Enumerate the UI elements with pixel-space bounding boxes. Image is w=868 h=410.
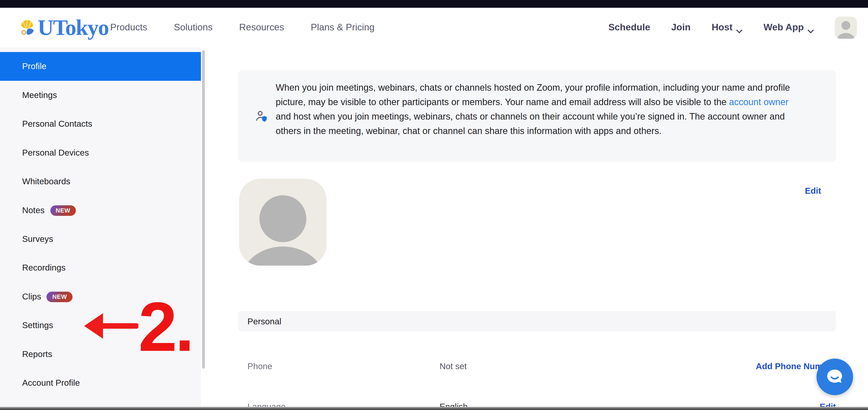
new-badge: NEW (50, 205, 76, 216)
ginkgo-leaf-icon (20, 20, 34, 36)
sidebar-item-label: Personal Contacts (22, 119, 92, 129)
phone-label: Phone (247, 361, 272, 372)
person-shield-icon (255, 109, 268, 123)
language-label: Language (247, 402, 285, 407)
chat-support-button[interactable] (816, 359, 853, 395)
zoom-web-portal-page: UTokyo Products Solutions Resources Plan… (0, 0, 868, 410)
profile-main-content: When you join meetings, webinars, chats … (206, 48, 868, 407)
personal-section-header: Personal (238, 311, 836, 332)
sidebar-item-notes[interactable]: Notes NEW (0, 196, 206, 225)
sidebar-item-account-profile[interactable]: Account Profile (0, 369, 206, 397)
sidebar-item-whiteboards[interactable]: Whiteboards (0, 167, 206, 196)
edit-language-button[interactable]: Edit (819, 402, 836, 407)
sidebar-item-label: Clips (22, 292, 41, 302)
nav-resources[interactable]: Resources (239, 22, 284, 33)
account-owner-link[interactable]: account owner (729, 97, 788, 107)
sidebar-item-label: Whiteboards (22, 177, 70, 187)
sidebar-item-label: Surveys (22, 234, 53, 244)
user-avatar[interactable] (835, 17, 857, 39)
chevron-down-icon (808, 26, 814, 30)
primary-nav: Products Solutions Resources Plans & Pri… (110, 8, 374, 48)
sidebar-item-recordings[interactable]: Recordings (0, 253, 206, 282)
sidebar-item-label: Settings (22, 320, 53, 330)
chat-bubble-icon (824, 367, 845, 387)
annotation-step-number: 2. (138, 292, 192, 362)
logo-text: UTokyo (38, 17, 109, 39)
red-annotation-arrow-icon (82, 308, 138, 344)
nav-host[interactable]: Host (712, 22, 742, 33)
sidebar-item-personal-contacts[interactable]: Personal Contacts (0, 109, 206, 138)
utokyo-logo[interactable]: UTokyo (20, 15, 108, 40)
account-nav: Schedule Join Host Web App (608, 8, 857, 48)
nav-web-app-label: Web App (764, 22, 804, 33)
phone-value: Not set (439, 361, 467, 372)
nav-join[interactable]: Join (671, 22, 690, 33)
new-badge: NEW (47, 291, 72, 302)
sidebar-item-label: Meetings (22, 90, 57, 100)
sidebar-item-personal-devices[interactable]: Personal Devices (0, 138, 206, 167)
site-header: UTokyo Products Solutions Resources Plan… (0, 8, 868, 48)
language-value: English (439, 402, 467, 407)
language-action-cell: Edit (731, 402, 836, 407)
sidebar-item-meetings[interactable]: Meetings (0, 81, 206, 109)
nav-host-label: Host (712, 22, 733, 33)
notice-text-after: and host when you join meetings, webinar… (276, 111, 785, 135)
sidebar-item-profile[interactable]: Profile (0, 52, 206, 81)
notice-text-before: When you join meetings, webinars, chats … (276, 83, 790, 107)
section-title: Personal (247, 316, 281, 326)
sidebar-item-label: Profile (22, 61, 46, 71)
sidebar-scrollbar-track (201, 48, 205, 407)
top-dark-strip (0, 0, 868, 8)
nav-schedule[interactable]: Schedule (608, 22, 650, 33)
chevron-down-icon (737, 26, 743, 30)
nav-plans-pricing[interactable]: Plans & Pricing (311, 22, 374, 33)
privacy-notice-text: When you join meetings, webinars, chats … (276, 80, 798, 138)
nav-web-app[interactable]: Web App (764, 22, 814, 33)
sidebar-item-label: Recordings (22, 263, 66, 273)
sidebar-item-surveys[interactable]: Surveys (0, 225, 206, 253)
bottom-dark-strip (0, 407, 868, 410)
profile-picture-placeholder[interactable] (239, 179, 327, 266)
sidebar-item-label: Account Profile (22, 378, 80, 388)
nav-solutions[interactable]: Solutions (174, 22, 213, 33)
sidebar-scrollbar-thumb[interactable] (202, 51, 205, 369)
privacy-notice-box: When you join meetings, webinars, chats … (238, 70, 836, 162)
edit-profile-button[interactable]: Edit (805, 186, 821, 196)
sidebar-item-label: Reports (22, 349, 52, 359)
sidebar-item-label: Personal Devices (22, 148, 89, 158)
nav-products[interactable]: Products (110, 22, 147, 33)
sidebar-item-label: Notes (22, 206, 44, 216)
